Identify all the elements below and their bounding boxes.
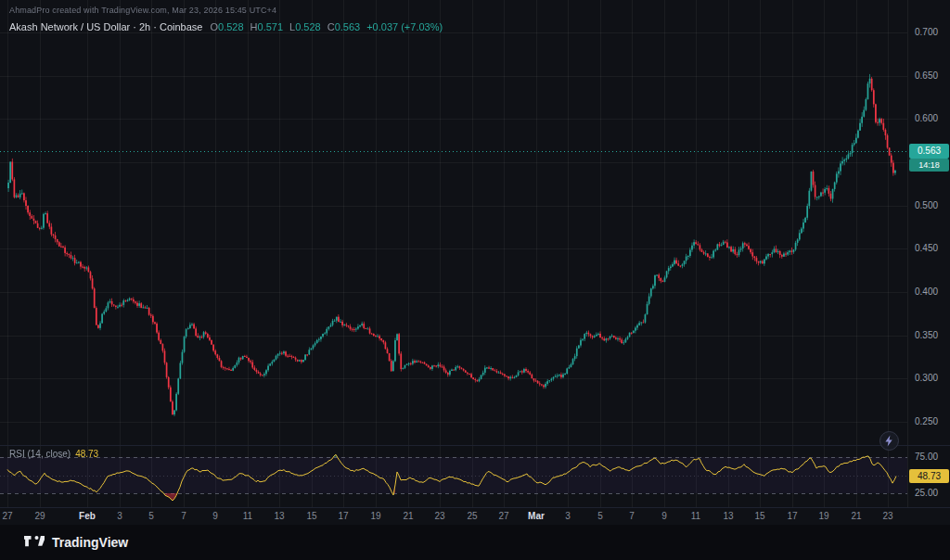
tradingview-logo-text: TradingView — [52, 535, 128, 550]
time-tick-label: 7 — [629, 511, 635, 521]
close-label: C — [327, 21, 335, 32]
time-tick-label: 29 — [34, 511, 45, 521]
rsi-value-badge: 48.73 — [909, 469, 949, 483]
change-value: +0.037 (+7.03%) — [366, 21, 443, 32]
time-tick-label: 15 — [754, 511, 764, 521]
tradingview-logo-icon — [24, 536, 45, 550]
tradingview-logo[interactable]: TradingView — [24, 535, 128, 550]
rsi-title[interactable]: RSI (14, close) — [9, 449, 71, 459]
low-value: L0.528 — [289, 21, 321, 32]
time-tick-label: 5 — [597, 511, 603, 521]
open-label: O — [210, 21, 218, 32]
time-tick-label: 3 — [117, 511, 122, 521]
time-tick-label: 27 — [498, 511, 508, 521]
time-tick-label: 11 — [691, 511, 700, 521]
price-tick-label: 0.500 — [915, 200, 938, 211]
price-tick-label: 0.600 — [915, 113, 938, 124]
rsi-level-label: 25.00 — [915, 488, 938, 499]
open-number: 0.528 — [218, 21, 244, 32]
rsi-level-label: 75.00 — [915, 452, 938, 463]
ohlc-values: O0.528 H0.571 L0.528 C0.563 +0.037 (+7.0… — [210, 21, 443, 32]
time-axis[interactable]: 2729Feb3579111315171921232527Mar35791113… — [0, 507, 950, 525]
high-value: H0.571 — [250, 21, 283, 32]
price-chart-canvas[interactable] — [0, 0, 907, 445]
rsi-legend: RSI (14, close) 48.73 — [9, 449, 98, 459]
price-tick-label: 0.700 — [915, 27, 938, 38]
price-tick-label: 0.250 — [915, 416, 938, 427]
time-tick-label: 15 — [306, 511, 316, 521]
price-axis[interactable]: 0.7000.6500.6000.5500.5000.4500.4000.350… — [907, 0, 950, 507]
time-tick-label: 19 — [370, 511, 380, 521]
time-tick-label: 9 — [212, 511, 218, 521]
time-tick-month-label: Feb — [79, 511, 96, 521]
open-value: O0.528 — [210, 21, 243, 32]
time-tick-label: 9 — [661, 511, 667, 521]
time-tick-label: 23 — [882, 511, 892, 521]
time-tick-label: 17 — [338, 511, 348, 521]
current-price-badge: 0.563 — [909, 144, 949, 159]
close-value: C0.563 — [327, 21, 360, 32]
tradingview-chart-app: AhmadPro created with TradingView.com, M… — [0, 0, 950, 560]
time-tick-label: 17 — [787, 511, 797, 521]
time-tick-label: 25 — [467, 511, 477, 521]
time-tick-label: 19 — [818, 511, 828, 521]
symbol-title[interactable]: Akash Network / US Dollar · 2h · Coinbas… — [9, 21, 202, 32]
time-tick-label: 13 — [274, 511, 284, 521]
chart-legend: Akash Network / US Dollar · 2h · Coinbas… — [9, 21, 443, 32]
price-tick-label: 0.300 — [915, 373, 938, 384]
rsi-current-value: 48.73 — [75, 449, 98, 459]
close-number: 0.563 — [335, 21, 361, 32]
pane-separator[interactable] — [0, 445, 950, 446]
time-tick-label: 23 — [434, 511, 444, 521]
price-tick-label: 0.450 — [915, 243, 938, 254]
lightning-icon — [884, 435, 894, 447]
time-tick-label: 21 — [403, 511, 413, 521]
rsi-pane-canvas[interactable] — [0, 446, 907, 507]
time-tick-label: 21 — [851, 511, 861, 521]
price-tick-label: 0.350 — [915, 330, 938, 341]
time-tick-label: 5 — [148, 511, 154, 521]
bottom-toolbar: TradingView — [0, 525, 950, 560]
high-number: 0.571 — [258, 21, 284, 32]
attribution-watermark: AhmadPro created with TradingView.com, M… — [9, 6, 276, 15]
time-tick-label: 13 — [723, 511, 733, 521]
time-tick-month-label: Mar — [528, 511, 545, 521]
price-tick-label: 0.650 — [915, 70, 938, 82]
high-label: H — [250, 21, 258, 32]
bar-countdown-badge: 14:18 — [909, 159, 949, 172]
time-tick-label: 7 — [181, 511, 186, 521]
time-tick-label: 27 — [2, 511, 12, 521]
quick-action-button[interactable] — [879, 431, 899, 451]
time-tick-label: 11 — [243, 511, 252, 521]
time-tick-label: 3 — [565, 511, 571, 521]
price-tick-label: 0.400 — [915, 286, 938, 298]
low-number: 0.528 — [295, 21, 321, 32]
